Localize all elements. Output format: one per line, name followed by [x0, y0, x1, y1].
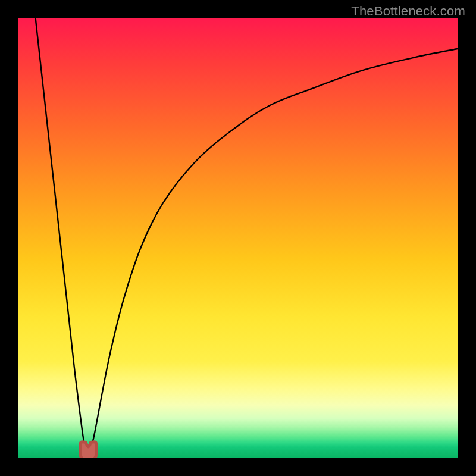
chart-frame: TheBottleneck.com [0, 0, 476, 476]
curve-right-branch [92, 49, 458, 447]
optimum-nub [80, 442, 96, 458]
curve-layer [18, 18, 458, 458]
watermark-text: TheBottleneck.com [351, 4, 465, 19]
curve-left-branch [36, 18, 86, 447]
plot-area [18, 18, 458, 458]
